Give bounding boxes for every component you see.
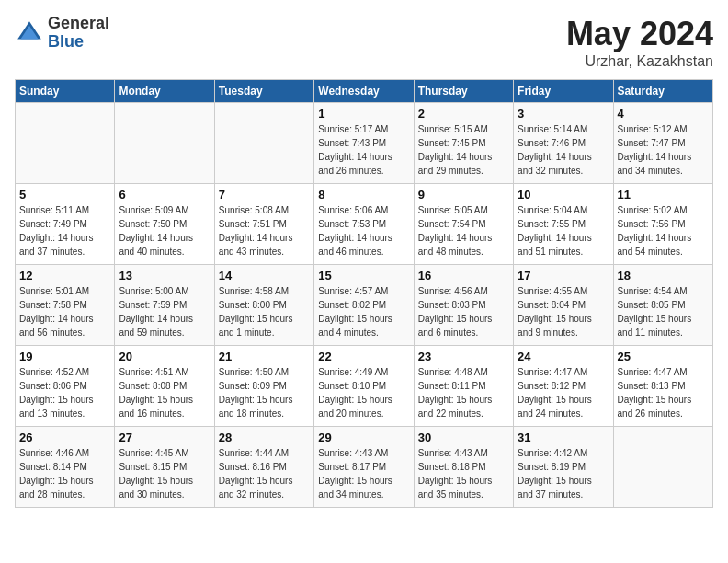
day-number: 7 [219,188,310,201]
calendar-cell: 2Sunrise: 5:15 AM Sunset: 7:45 PM Daylig… [414,103,513,184]
calendar-cell: 30Sunrise: 4:43 AM Sunset: 8:18 PM Dayli… [414,427,513,508]
calendar-week-1: 1Sunrise: 5:17 AM Sunset: 7:43 PM Daylig… [16,103,713,184]
day-number: 10 [518,188,609,201]
calendar-week-3: 12Sunrise: 5:01 AM Sunset: 7:58 PM Dayli… [16,265,713,346]
day-number: 18 [618,269,709,282]
calendar-cell: 25Sunrise: 4:47 AM Sunset: 8:13 PM Dayli… [613,346,712,427]
calendar-cell: 15Sunrise: 4:57 AM Sunset: 8:02 PM Dayli… [314,265,414,346]
weekday-header-friday: Friday [514,80,613,103]
calendar-cell: 16Sunrise: 4:56 AM Sunset: 8:03 PM Dayli… [414,265,513,346]
day-number: 29 [318,431,409,444]
day-number: 22 [318,350,409,363]
calendar-cell: 22Sunrise: 4:49 AM Sunset: 8:10 PM Dayli… [314,346,414,427]
calendar-cell: 27Sunrise: 4:45 AM Sunset: 8:15 PM Dayli… [115,427,214,508]
calendar-cell: 4Sunrise: 5:12 AM Sunset: 7:47 PM Daylig… [613,103,712,184]
day-info: Sunrise: 4:46 AM Sunset: 8:14 PM Dayligh… [19,446,110,501]
day-info: Sunrise: 5:17 AM Sunset: 7:43 PM Dayligh… [318,122,409,178]
day-number: 25 [618,350,709,363]
calendar-cell: 21Sunrise: 4:50 AM Sunset: 8:09 PM Dayli… [214,346,313,427]
day-number: 20 [119,350,210,363]
day-number: 6 [119,188,210,201]
day-number: 21 [219,350,310,363]
calendar-cell: 6Sunrise: 5:09 AM Sunset: 7:50 PM Daylig… [115,184,214,265]
calendar-cell: 28Sunrise: 4:44 AM Sunset: 8:16 PM Dayli… [214,427,313,508]
location: Urzhar, Kazakhstan [566,53,713,70]
day-number: 1 [318,107,409,121]
calendar-cell: 14Sunrise: 4:58 AM Sunset: 8:00 PM Dayli… [214,265,313,346]
calendar-cell: 31Sunrise: 4:42 AM Sunset: 8:19 PM Dayli… [514,427,613,508]
day-info: Sunrise: 4:45 AM Sunset: 8:15 PM Dayligh… [119,446,210,501]
day-number: 14 [219,269,310,282]
day-info: Sunrise: 4:54 AM Sunset: 8:05 PM Dayligh… [618,284,709,339]
day-info: Sunrise: 4:47 AM Sunset: 8:13 PM Dayligh… [618,365,709,420]
day-number: 9 [418,188,509,201]
calendar-cell: 12Sunrise: 5:01 AM Sunset: 7:58 PM Dayli… [16,265,115,346]
calendar-cell: 7Sunrise: 5:08 AM Sunset: 7:51 PM Daylig… [214,184,313,265]
day-info: Sunrise: 4:56 AM Sunset: 8:03 PM Dayligh… [418,284,509,339]
day-info: Sunrise: 4:50 AM Sunset: 8:09 PM Dayligh… [219,365,310,420]
day-number: 4 [618,107,709,121]
calendar-table: SundayMondayTuesdayWednesdayThursdayFrid… [15,79,713,508]
day-number: 24 [518,350,609,363]
logo: General Blue [15,15,109,52]
day-number: 2 [418,107,509,121]
day-number: 16 [418,269,509,282]
calendar-cell: 19Sunrise: 4:52 AM Sunset: 8:06 PM Dayli… [16,346,115,427]
calendar-cell [613,427,712,508]
calendar-cell: 5Sunrise: 5:11 AM Sunset: 7:49 PM Daylig… [16,184,115,265]
day-info: Sunrise: 4:49 AM Sunset: 8:10 PM Dayligh… [318,365,409,420]
logo-text: General Blue [48,15,109,52]
day-info: Sunrise: 4:43 AM Sunset: 8:17 PM Dayligh… [318,446,409,501]
day-info: Sunrise: 5:14 AM Sunset: 7:46 PM Dayligh… [518,122,609,178]
day-number: 12 [19,269,110,282]
calendar-cell: 23Sunrise: 4:48 AM Sunset: 8:11 PM Dayli… [414,346,513,427]
day-number: 3 [518,107,609,121]
day-info: Sunrise: 4:42 AM Sunset: 8:19 PM Dayligh… [518,446,609,501]
calendar-cell: 26Sunrise: 4:46 AM Sunset: 8:14 PM Dayli… [16,427,115,508]
day-info: Sunrise: 5:12 AM Sunset: 7:47 PM Dayligh… [618,122,709,178]
day-info: Sunrise: 4:43 AM Sunset: 8:18 PM Dayligh… [418,446,509,501]
day-number: 17 [518,269,609,282]
calendar-cell: 11Sunrise: 5:02 AM Sunset: 7:56 PM Dayli… [613,184,712,265]
day-number: 23 [418,350,509,363]
day-info: Sunrise: 5:06 AM Sunset: 7:53 PM Dayligh… [318,203,409,259]
calendar-cell [115,103,214,184]
calendar-cell: 17Sunrise: 4:55 AM Sunset: 8:04 PM Dayli… [514,265,613,346]
day-info: Sunrise: 5:11 AM Sunset: 7:49 PM Dayligh… [19,203,110,259]
day-number: 13 [119,269,210,282]
day-number: 31 [518,431,609,444]
day-info: Sunrise: 4:51 AM Sunset: 8:08 PM Dayligh… [119,365,210,420]
day-info: Sunrise: 5:00 AM Sunset: 7:59 PM Dayligh… [119,284,210,339]
weekday-header-tuesday: Tuesday [214,80,313,103]
calendar-cell: 13Sunrise: 5:00 AM Sunset: 7:59 PM Dayli… [115,265,214,346]
calendar-week-2: 5Sunrise: 5:11 AM Sunset: 7:49 PM Daylig… [16,184,713,265]
day-number: 8 [318,188,409,201]
day-info: Sunrise: 5:09 AM Sunset: 7:50 PM Dayligh… [119,203,210,259]
logo-general: General [48,15,109,33]
title-block: May 2024 Urzhar, Kazakhstan [566,15,713,70]
day-number: 26 [19,431,110,444]
calendar-cell: 9Sunrise: 5:05 AM Sunset: 7:54 PM Daylig… [414,184,513,265]
calendar-cell: 10Sunrise: 5:04 AM Sunset: 7:55 PM Dayli… [514,184,613,265]
calendar-cell: 8Sunrise: 5:06 AM Sunset: 7:53 PM Daylig… [314,184,414,265]
day-number: 15 [318,269,409,282]
calendar-cell [16,103,115,184]
calendar-cell [214,103,313,184]
calendar-cell: 1Sunrise: 5:17 AM Sunset: 7:43 PM Daylig… [314,103,414,184]
day-info: Sunrise: 4:44 AM Sunset: 8:16 PM Dayligh… [219,446,310,501]
day-info: Sunrise: 5:05 AM Sunset: 7:54 PM Dayligh… [418,203,509,259]
weekday-header-saturday: Saturday [613,80,712,103]
weekday-header-monday: Monday [115,80,214,103]
day-info: Sunrise: 5:01 AM Sunset: 7:58 PM Dayligh… [19,284,110,339]
day-info: Sunrise: 5:04 AM Sunset: 7:55 PM Dayligh… [518,203,609,259]
header-row: SundayMondayTuesdayWednesdayThursdayFrid… [16,80,713,103]
calendar-body: 1Sunrise: 5:17 AM Sunset: 7:43 PM Daylig… [16,103,713,508]
month-year: May 2024 [566,15,713,53]
calendar-cell: 29Sunrise: 4:43 AM Sunset: 8:17 PM Dayli… [314,427,414,508]
calendar-cell: 18Sunrise: 4:54 AM Sunset: 8:05 PM Dayli… [613,265,712,346]
day-info: Sunrise: 4:58 AM Sunset: 8:00 PM Dayligh… [219,284,310,339]
calendar-week-5: 26Sunrise: 4:46 AM Sunset: 8:14 PM Dayli… [16,427,713,508]
day-number: 5 [19,188,110,201]
day-number: 30 [418,431,509,444]
day-number: 27 [119,431,210,444]
